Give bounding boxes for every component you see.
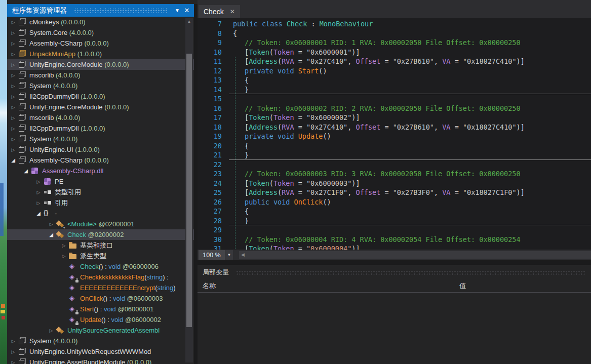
expander-icon[interactable]: ▷ <box>9 105 17 110</box>
expander-icon[interactable]: ▷ <box>9 52 17 57</box>
expander-icon[interactable]: ▷ <box>34 200 43 206</box>
tree-row[interactable]: ◢Assembly-CSharp (0.0.0.0) <box>7 155 194 166</box>
expander-icon[interactable]: ◢ <box>34 211 43 216</box>
code-text[interactable]: private void Update() <box>228 132 331 141</box>
tree-row[interactable]: CheckkkkkkkkkkkFlag(string) : <box>7 272 194 282</box>
tree-row[interactable]: ▷PE <box>7 176 194 187</box>
tree-row[interactable]: ▷UnityEngine.AssetBundleModule (0.0.0.0) <box>7 357 194 364</box>
tab-close-icon[interactable]: ✕ <box>230 8 235 15</box>
zoom-dropdown-icon[interactable]: ▼ <box>225 250 233 260</box>
tree-row[interactable]: ▷基类和接口 <box>7 240 194 251</box>
tab-check[interactable]: Check ✕ <box>199 5 240 18</box>
tree-row[interactable]: ◢Assembly-CSharp.dll <box>7 166 194 176</box>
code-text[interactable]: // Token: 0x06000001 RID: 1 RVA: 0x00002… <box>228 38 521 48</box>
expander-icon[interactable]: ▷ <box>9 115 17 120</box>
tree-scrollbar[interactable]: ▲ <box>185 18 193 362</box>
tree-row[interactable]: ▷类型引用 <box>7 187 194 197</box>
expander-icon[interactable]: ▷ <box>60 243 68 248</box>
expander-icon[interactable]: ▷ <box>9 73 17 78</box>
tree-scrollbar-thumb[interactable] <box>186 54 192 327</box>
expander-icon[interactable]: ◢ <box>9 157 17 163</box>
expander-icon[interactable]: ▷ <box>9 20 17 25</box>
expander-icon[interactable]: ▷ <box>9 41 17 46</box>
tree-row[interactable]: ▷UnitySourceGeneratedAssembl <box>7 325 194 336</box>
expander-icon[interactable]: ▷ <box>9 137 17 142</box>
expander-icon[interactable]: ▷ <box>9 339 17 344</box>
expander-icon[interactable]: ▷ <box>34 190 43 195</box>
expander-icon[interactable]: ▷ <box>9 62 17 67</box>
code-text[interactable]: [Address(RVA = "0x27C1F0", Offset = "0x2… <box>228 188 525 197</box>
expander-icon[interactable]: ▷ <box>47 328 55 333</box>
code-text[interactable]: } <box>228 150 249 160</box>
tree-row[interactable]: ▷引用 <box>7 197 194 208</box>
expander-icon[interactable]: ▷ <box>34 179 43 184</box>
tree-row[interactable]: ▷Il2CppDummyDll (1.0.0.0) <box>7 91 194 102</box>
tree-row[interactable]: ▷System (4.0.0.0) <box>7 134 194 144</box>
tree-row[interactable]: ▷System (4.0.0.0) <box>7 336 194 346</box>
expander-icon[interactable]: ▷ <box>9 147 17 152</box>
tree-row[interactable]: ▷mscorlib (4.0.0.0) <box>7 70 194 80</box>
tree-row[interactable]: ▷UnityEngine.CoreModule (0.0.0.0) <box>7 59 194 70</box>
code-text[interactable]: } <box>228 85 249 95</box>
tree-row[interactable]: ◢Check @02000002 <box>7 229 194 240</box>
code-text[interactable]: [Token(Token = "0x6000001")] <box>228 48 360 57</box>
expander-icon[interactable]: ▷ <box>9 360 17 364</box>
tree-row[interactable]: ▷UnityEngine.UI (1.0.0.0) <box>7 144 194 155</box>
tree-row[interactable]: ▷UnityEngine.UnityWebRequestWWWMod <box>7 346 194 357</box>
code-text[interactable]: [Token(Token = "0x6000004")] <box>228 244 360 250</box>
expander-icon[interactable]: ▷ <box>9 94 17 99</box>
expander-icon[interactable]: ▷ <box>9 126 17 131</box>
scroll-up-icon[interactable]: ▲ <box>185 18 193 25</box>
code-text[interactable]: } <box>228 216 249 226</box>
panel-close-icon[interactable]: ✕ <box>182 7 192 14</box>
tree-row[interactable]: ▷Il2CppDummyDll (1.0.0.0) <box>7 123 194 134</box>
tree-row[interactable]: ◢- <box>7 208 194 219</box>
horizontal-scrollbar[interactable]: ◀ <box>239 251 591 259</box>
expander-icon[interactable]: ◢ <box>47 232 55 237</box>
zoom-level-select[interactable]: 100 % <box>199 250 225 260</box>
tree-row[interactable]: ▷mscorlib (4.0.0.0) <box>7 112 194 123</box>
code-text[interactable]: { <box>228 207 249 216</box>
code-text[interactable]: // Token: 0x06000003 RID: 3 RVA: 0x00002… <box>228 169 521 179</box>
expander-icon[interactable]: ◢ <box>22 168 30 174</box>
tree-row-label: PE <box>55 178 63 185</box>
code-text[interactable]: { <box>228 141 249 151</box>
code-text[interactable]: [Token(Token = "0x6000002")] <box>228 113 360 123</box>
scroll-left-icon[interactable]: ◀ <box>241 251 245 259</box>
code-area[interactable]: 7public class Check : MonoBehaviour8{9//… <box>198 18 591 250</box>
tree-row[interactable]: OnClick() : void @06000003 <box>7 293 194 304</box>
tree-row[interactable]: ▷派生类型 <box>7 251 194 261</box>
expander-icon[interactable]: ▷ <box>9 349 17 354</box>
code-text[interactable]: [Address(RVA = "0x27C410", Offset = "0x2… <box>228 57 525 66</box>
code-text[interactable] <box>228 160 245 170</box>
tree-row[interactable]: Update() : void @06000002 <box>7 314 194 325</box>
tree-row[interactable]: ▷UnpackMiniApp (1.0.0.0) <box>7 49 194 59</box>
panel-dropdown-icon[interactable]: ▼ <box>173 8 182 13</box>
code-text[interactable]: // Token: 0x06000004 RID: 4 RVA: 0x00002… <box>228 235 521 245</box>
code-text[interactable] <box>228 225 245 235</box>
tree-row[interactable]: EEEEEEEEEEEEEncrypt(string) <box>7 282 194 293</box>
code-text[interactable]: private void Start() <box>228 66 327 76</box>
tree-row[interactable]: ▷System.Core (4.0.0.0) <box>7 27 194 38</box>
tree-row[interactable]: Check() : void @06000006 <box>7 261 194 272</box>
tree-row[interactable]: ▷System (4.0.0.0) <box>7 80 194 91</box>
expander-icon[interactable]: ▷ <box>47 222 55 227</box>
expander-icon[interactable]: ▷ <box>60 254 68 259</box>
code-text[interactable]: [Token(Token = "0x6000003")] <box>228 179 360 188</box>
tree-row[interactable]: ▷Assembly-CSharp (0.0.0.0) <box>7 38 194 49</box>
code-text[interactable]: public class Check : MonoBehaviour <box>228 19 373 29</box>
locals-column-value[interactable]: 值 <box>453 279 591 292</box>
locals-column-name[interactable]: 名称 <box>198 279 453 292</box>
code-text[interactable]: // Token: 0x06000002 RID: 2 RVA: 0x00002… <box>228 104 521 113</box>
tree-row[interactable]: ▷♥<Module> @02000001 <box>7 219 194 229</box>
tree-row[interactable]: ▷cMonkeys (0.0.0.0) <box>7 17 194 27</box>
tree-row[interactable]: ▷UnityEngine.CoreModule (0.0.0.0) <box>7 102 194 112</box>
code-text[interactable]: public void OnClick() <box>228 197 331 207</box>
code-text[interactable] <box>228 94 245 104</box>
code-text[interactable]: [Address(RVA = "0x27C410", Offset = "0x2… <box>228 123 525 132</box>
code-text[interactable]: { <box>228 29 237 38</box>
code-text[interactable]: { <box>228 75 249 85</box>
tree-row[interactable]: Start() : void @06000001 <box>7 304 194 314</box>
expander-icon[interactable]: ▷ <box>9 30 17 35</box>
expander-icon[interactable]: ▷ <box>9 84 17 89</box>
